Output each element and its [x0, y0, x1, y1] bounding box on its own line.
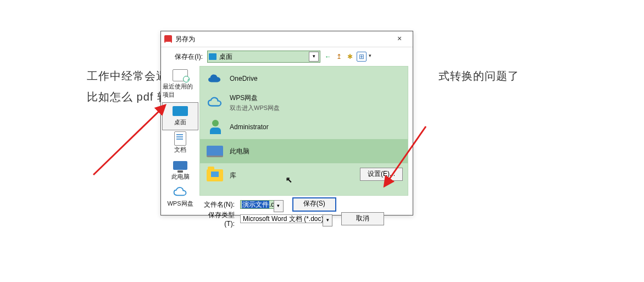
file-item-name: 库 — [230, 171, 236, 180]
svg-line-0 — [93, 106, 165, 175]
filetype-label: 保存类型(T): — [199, 211, 235, 228]
filetype-select[interactable]: Microsoft Word 文档 (*.doc) — [240, 214, 332, 223]
sidebar-item-wps-drive[interactable]: WPS网盘 — [163, 184, 198, 211]
sidebar-item-recent[interactable]: 最近使用的项目 — [163, 67, 198, 102]
file-item-this-pc[interactable]: 此电脑 — [200, 139, 408, 163]
desktop-icon — [173, 106, 188, 116]
mouse-cursor-icon: ↖ — [286, 175, 292, 184]
filename-label: 文件名(N): — [199, 200, 235, 209]
file-item-administrator[interactable]: Administrator — [200, 115, 408, 139]
save-as-dialog: 另存为 × 保存在(I): 桌面 ▾ ← ↥ ✱ ⊞ 最近使用的项目 桌面 — [160, 31, 413, 215]
location-combo[interactable]: 桌面 ▾ — [207, 51, 320, 63]
sidebar-item-this-pc[interactable]: 此电脑 — [163, 157, 198, 184]
documents-icon — [174, 131, 186, 146]
places-sidebar: 最近使用的项目 桌面 文档 此电脑 WPS网盘 — [161, 66, 199, 196]
recent-icon — [173, 69, 188, 81]
bg-line1-left: 工作中经常会遇 — [87, 70, 168, 82]
file-item-name: OneDrive — [230, 75, 258, 82]
toolbar-icons: ← ↥ ✱ ⊞ — [324, 52, 374, 62]
view-menu-icon[interactable]: ⊞ — [357, 52, 367, 62]
sidebar-item-desktop[interactable]: 桌面 — [162, 102, 198, 130]
libraries-icon — [206, 167, 224, 184]
filetype-row: 保存类型(T): Microsoft Word 文档 (*.doc) ▾ 取消 — [199, 212, 406, 225]
close-button[interactable]: × — [390, 33, 409, 45]
user-icon — [206, 119, 224, 135]
cancel-button[interactable]: 取消 — [341, 212, 384, 225]
chevron-down-icon[interactable]: ▾ — [323, 214, 332, 226]
location-value: 桌面 — [219, 52, 309, 62]
pc-icon — [173, 161, 187, 170]
settings-button[interactable]: 设置(E)... — [360, 168, 403, 181]
dialog-bottom: 文件名(N): 演示文件.doc ▾ 保存(S) 保存类型(T): Micros… — [161, 196, 413, 225]
sidebar-item-label: 此电脑 — [171, 173, 190, 181]
back-icon[interactable]: ← — [324, 52, 332, 61]
onedrive-icon — [206, 70, 224, 87]
bg-line1-right: 式转换的问题了 — [438, 70, 519, 82]
sidebar-item-label: 文档 — [174, 146, 186, 154]
pc-icon — [206, 143, 224, 159]
file-item-onedrive[interactable]: OneDrive — [200, 67, 408, 91]
wps-cloud-icon — [206, 95, 224, 111]
sidebar-item-label: 最近使用的项目 — [163, 82, 198, 99]
filename-selected-text: 演示文件 — [242, 201, 269, 208]
chevron-down-icon[interactable]: ▾ — [274, 200, 284, 212]
save-in-label: 保存在(I): — [170, 52, 203, 62]
sidebar-item-documents[interactable]: 文档 — [163, 130, 198, 157]
folder-icon — [209, 53, 216, 60]
chevron-down-icon[interactable]: ▾ — [309, 52, 319, 62]
sidebar-item-label: 桌面 — [174, 118, 186, 126]
file-item-name: WPS网盘 — [230, 93, 280, 103]
up-one-level-icon[interactable]: ↥ — [335, 52, 343, 61]
dialog-title: 另存为 — [175, 35, 390, 44]
sidebar-item-label: WPS网盘 — [167, 200, 193, 208]
save-button[interactable]: 保存(S) — [292, 197, 336, 212]
wps-cloud-icon — [172, 186, 188, 198]
new-folder-icon[interactable]: ✱ — [346, 52, 354, 61]
file-item-subtitle: 双击进入WPS网盘 — [230, 104, 280, 112]
save-in-row: 保存在(I): 桌面 ▾ ← ↥ ✱ ⊞ — [161, 47, 413, 66]
app-icon — [164, 35, 172, 43]
file-item-name: Administrator — [230, 123, 269, 131]
filename-row: 文件名(N): 演示文件.doc ▾ 保存(S) — [199, 198, 406, 211]
titlebar[interactable]: 另存为 × — [161, 31, 413, 47]
file-item-wps-drive[interactable]: WPS网盘 双击进入WPS网盘 — [200, 91, 408, 115]
file-item-name: 此电脑 — [230, 147, 249, 156]
